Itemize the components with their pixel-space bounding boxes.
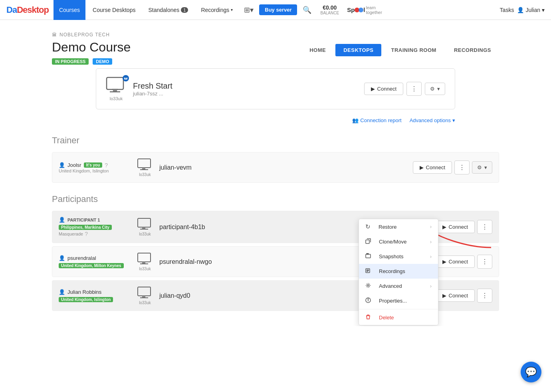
main-desktop-name: Fresh Start (133, 81, 358, 91)
p3-play-icon: ▶ (442, 293, 446, 299)
participant-1-masquerade: Masquerade ? (59, 231, 131, 237)
menu-item-recordings[interactable]: Recordings (359, 264, 438, 279)
spool-logo: Sp l learntogether (347, 5, 382, 15)
participant-2-row-actions: ▶ Connect ⋮ (436, 255, 492, 269)
p2-play-icon: ▶ (442, 259, 446, 265)
trainer-connect-button[interactable]: ▶ Connect (413, 161, 452, 174)
snapshots-chevron: › (430, 254, 432, 259)
settings-caret: ▾ (437, 86, 440, 92)
main-desktop-actions: ▶ Connect ⋮ ⚙ ▾ (364, 82, 445, 96)
page-container: 🏛 NOBLEPROG TECH Demo Course IN PROGRESS… (36, 20, 515, 326)
participant-2-more-button[interactable]: ⋮ (477, 255, 492, 269)
grid-caret: ▾ (250, 6, 254, 14)
nav-course-desktops[interactable]: Course Desktops (87, 0, 141, 20)
tab-desktops[interactable]: DESKTOPS (335, 44, 381, 56)
trainer-user-info: 👤 Joolsr It's you ? United Kingdom, Isli… (59, 162, 131, 173)
participant-3-info: 👤 Julian Robbins United Kingdom, Islingt… (59, 289, 131, 302)
trainer-section: Trainer 👤 Joolsr It's you ? United Kingd… (52, 135, 499, 183)
search-button[interactable]: 🔍 (299, 0, 315, 20)
main-more-button[interactable]: ⋮ (406, 82, 422, 96)
participant-1-user-icon: 👤 (59, 217, 65, 223)
participant-1-connect-button[interactable]: ▶ Connect (436, 221, 475, 233)
its-you-badge: It's you (84, 162, 103, 168)
tab-home[interactable]: HOME (301, 44, 334, 56)
trainer-section-title: Trainer (52, 135, 499, 146)
tab-recordings[interactable]: RECORDINGS (446, 44, 499, 56)
nav-icon-grid[interactable]: ⊞ ▾ (240, 0, 258, 20)
participant-1-more-button[interactable]: ⋮ (477, 220, 492, 234)
menu-item-delete[interactable]: Delete (359, 310, 438, 325)
clone-icon (365, 238, 371, 245)
svg-rect-25 (367, 253, 369, 254)
org-icon: 🏛 (52, 32, 57, 38)
participant-1-info: 👤 PARTICIPANT 1 Philippines, Marikina Ci… (59, 217, 131, 237)
menu-item-advanced[interactable]: Advanced › (359, 279, 438, 293)
recordings-icon (365, 268, 371, 275)
participant-1-row-actions: ▶ Connect ⋮ (436, 220, 492, 234)
menu-item-clone-move[interactable]: Clone/Move › (359, 234, 438, 249)
brand-logo[interactable]: DaDesktop (6, 5, 49, 15)
search-icon: 🔍 (303, 6, 311, 14)
menu-divider (359, 309, 438, 309)
participant-3-connect-button[interactable]: ▶ Connect (436, 289, 475, 302)
participant-2-info: 👤 psurendralal United Kingdom, Milton Ke… (59, 255, 131, 268)
properties-icon (365, 297, 371, 304)
user-menu[interactable]: 👤 Julian ▾ (517, 7, 545, 13)
main-desktop-card: lo33uk Fresh Start julian-7ssz ... ▶ Con… (96, 68, 455, 109)
advanced-options-link[interactable]: Advanced options ▾ (410, 117, 455, 123)
restore-icon: ↻ (365, 223, 371, 230)
main-desktop-label: lo33uk (110, 96, 123, 101)
svg-point-30 (367, 285, 369, 286)
restore-chevron: › (430, 224, 432, 230)
navbar-right: Tasks 👤 Julian ▾ (500, 7, 545, 13)
connection-report-link[interactable]: 👥 Connection report (352, 117, 401, 123)
nav-standalones[interactable]: Standalones 1 (143, 0, 194, 20)
help-icon[interactable]: ? (105, 162, 108, 168)
masquerade-help-icon[interactable]: ? (85, 231, 88, 237)
svg-rect-5 (125, 77, 127, 78)
svg-rect-0 (107, 77, 123, 89)
type-badge: DEMO (93, 58, 112, 65)
main-connect-button[interactable]: ▶ Connect (364, 83, 403, 95)
nav-courses[interactable]: Courses (54, 0, 85, 20)
trainer-desktop-row: 👤 Joolsr It's you ? United Kingdom, Isli… (52, 152, 499, 183)
participant-1-desktop-icon: lo33uk (137, 218, 153, 236)
advanced-icon (365, 283, 371, 289)
trainer-settings-icon: ⚙ (477, 164, 482, 170)
participant-3-more-button[interactable]: ⋮ (477, 289, 492, 303)
trainer-play-icon: ▶ (420, 164, 424, 170)
main-settings-button[interactable]: ⚙ ▾ (425, 83, 445, 95)
participant-2-connect-button[interactable]: ▶ Connect (436, 255, 475, 268)
trainer-more-button[interactable]: ⋮ (454, 160, 470, 174)
participants-section-title: Participants (52, 194, 499, 204)
nav-recordings[interactable]: Recordings ▾ (195, 0, 238, 20)
trainer-settings-button[interactable]: ⚙ ▾ (472, 161, 492, 174)
participant-1-location: Philippines, Marikina City (59, 225, 112, 230)
report-icon: 👥 (352, 117, 359, 123)
p1-play-icon: ▶ (442, 224, 446, 230)
participant-3-user-icon: 👤 (59, 289, 65, 295)
course-title: Demo Course (52, 40, 131, 55)
course-tabs: HOME DESKTOPS TRAINING ROOM RECORDINGS (301, 44, 499, 56)
svg-rect-15 (138, 253, 151, 262)
snapshots-icon (365, 253, 371, 260)
clone-chevron: › (430, 239, 432, 245)
user-icon: 👤 (517, 7, 524, 13)
svg-rect-24 (366, 254, 371, 258)
trainer-location: United Kingdom, Islington (59, 168, 131, 173)
menu-item-snapshots[interactable]: Snapshots › (359, 249, 438, 264)
svg-rect-7 (138, 159, 151, 168)
participant-3-row-actions: ▶ Connect ⋮ (436, 289, 492, 303)
user-caret: ▾ (542, 7, 545, 13)
recordings-caret: ▾ (231, 8, 233, 12)
grid-icon: ⊞ (244, 6, 250, 14)
tasks-link[interactable]: Tasks (500, 7, 514, 13)
trainer-vm-name: julian-vevm (159, 164, 406, 171)
svg-rect-11 (138, 218, 151, 227)
menu-item-restore[interactable]: ↻ Restore › (359, 219, 438, 234)
buy-server-button[interactable]: Buy server (259, 4, 297, 15)
tab-training-room[interactable]: TRAINING ROOM (383, 44, 444, 56)
menu-item-properties[interactable]: Properties... (359, 293, 438, 308)
participant-3-location: United Kingdom, Islington (59, 297, 113, 302)
trainer-row-actions: ▶ Connect ⋮ ⚙ ▾ (413, 160, 492, 174)
